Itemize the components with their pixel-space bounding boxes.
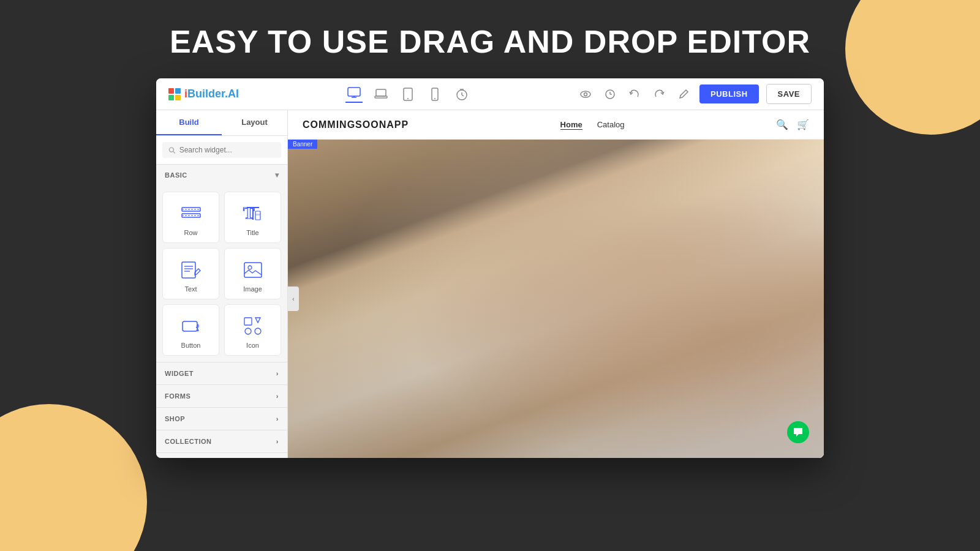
widget-grid-basic: Row T Title	[156, 186, 287, 362]
widget-icon-label: Icon	[246, 342, 259, 349]
svg-rect-0	[348, 88, 360, 96]
tab-layout[interactable]: Layout	[222, 110, 287, 135]
nav-link-catalog[interactable]: Catalog	[597, 120, 625, 130]
toolbar: iBuilder.AI	[156, 78, 824, 110]
row-svg	[180, 203, 202, 225]
main-content: Build Layout BASIC ▾	[156, 110, 824, 458]
widget-text-label: Text	[184, 285, 197, 293]
title-icon: T	[241, 202, 265, 225]
laptop-icon[interactable]	[372, 86, 390, 103]
widget-text[interactable]: Text	[162, 248, 219, 299]
undo-icon[interactable]	[626, 86, 643, 103]
widget-icon-item[interactable]: Icon	[224, 304, 281, 356]
publish-button[interactable]: PUBLISH	[699, 84, 759, 103]
banner-area: Banner ‹	[288, 140, 824, 458]
logo-sq-yellow	[175, 95, 181, 100]
tablet-icon[interactable]	[399, 86, 417, 103]
svg-point-39	[255, 328, 261, 334]
category-forms-chevron: ›	[276, 392, 279, 400]
cart-nav-icon[interactable]: 🛒	[797, 119, 809, 130]
page-heading: EASY TO USE DRAG AND DROP EDITOR	[0, 0, 980, 78]
title-svg: T	[242, 203, 264, 225]
icon-widget-icon	[241, 315, 265, 338]
history-icon[interactable]	[601, 86, 619, 103]
logo-sq-blue	[175, 88, 181, 94]
category-forms[interactable]: FORMS ›	[156, 385, 287, 408]
save-button[interactable]: SAVE	[766, 84, 812, 104]
svg-marker-37	[255, 318, 260, 323]
category-forms-label: FORMS	[165, 392, 190, 400]
category-shop-chevron: ›	[276, 415, 279, 422]
logo-ai: AI	[228, 88, 239, 100]
image-svg	[242, 259, 264, 281]
desktop-icon[interactable]	[345, 86, 363, 103]
widget-row-label: Row	[184, 229, 197, 236]
category-widget-label: WIDGET	[165, 370, 194, 377]
logo-text: iBuilder.AI	[184, 88, 239, 100]
logo-sq-red	[168, 88, 174, 94]
svg-rect-35	[183, 321, 197, 331]
widget-button[interactable]: Button	[162, 304, 219, 356]
redo-icon[interactable]	[650, 86, 668, 103]
svg-line-19	[173, 151, 175, 153]
site-preview: COMMINGSOONAPP Home Catalog 🔍 🛒 Banner ‹	[288, 110, 824, 458]
site-nav: COMMINGSOONAPP Home Catalog 🔍 🛒	[288, 110, 824, 140]
category-widget[interactable]: WIDGET ›	[156, 362, 287, 385]
svg-line-11	[462, 95, 464, 96]
category-shop[interactable]: SHOP ›	[156, 408, 287, 430]
category-collection-label: COLLECTION	[165, 438, 212, 445]
collapse-arrow[interactable]: ‹	[288, 287, 299, 311]
nav-link-home[interactable]: Home	[560, 120, 582, 130]
category-basic-label: BASIC	[165, 171, 187, 179]
text-widget-icon	[179, 258, 203, 282]
logo-builder: Builder.	[187, 88, 228, 100]
search-input[interactable]	[179, 146, 275, 154]
row-icon	[179, 202, 203, 225]
svg-point-34	[248, 266, 252, 269]
button-svg	[180, 315, 202, 337]
logo: iBuilder.AI	[168, 88, 239, 100]
eye-icon[interactable]	[577, 86, 594, 103]
site-logo: COMMINGSOONAPP	[303, 119, 409, 130]
sidebar: Build Layout BASIC ▾	[156, 110, 288, 458]
svg-rect-4	[375, 96, 387, 98]
bg-shape-bottom-left	[0, 404, 147, 551]
search-nav-icon[interactable]: 🔍	[776, 119, 788, 130]
widget-image-label: Image	[243, 285, 262, 293]
svg-point-6	[407, 98, 409, 99]
widget-title[interactable]: T Title	[224, 192, 281, 243]
site-nav-links: Home Catalog	[560, 120, 625, 130]
category-basic-header[interactable]: BASIC ▾	[156, 165, 287, 186]
svg-point-8	[434, 98, 435, 99]
button-widget-icon	[179, 315, 203, 338]
search-box	[156, 136, 287, 165]
mobile-icon[interactable]	[426, 86, 443, 103]
timer-icon[interactable]	[453, 86, 470, 103]
text-svg	[180, 259, 202, 281]
svg-point-13	[581, 91, 590, 97]
logo-squares	[168, 88, 181, 100]
image-widget-icon	[241, 258, 265, 282]
svg-rect-33	[244, 263, 262, 277]
banner-overlay	[288, 140, 824, 458]
svg-rect-28	[255, 214, 260, 216]
device-icons	[345, 86, 470, 103]
widget-image[interactable]: Image	[224, 248, 281, 299]
category-collection-chevron: ›	[276, 438, 279, 445]
widget-title-label: Title	[246, 229, 258, 236]
category-shop-label: SHOP	[165, 415, 185, 422]
icon-svg	[242, 315, 264, 337]
svg-rect-36	[244, 318, 252, 325]
logo-sq-green	[168, 95, 174, 100]
edit-icon[interactable]	[675, 86, 692, 103]
banner-label: Banner	[288, 140, 317, 149]
category-widget-chevron: ›	[276, 370, 279, 377]
app-window: iBuilder.AI	[156, 78, 824, 458]
widget-button-label: Button	[181, 342, 201, 349]
tab-build[interactable]: Build	[156, 110, 222, 135]
chat-bubble[interactable]	[787, 421, 809, 443]
widget-row[interactable]: Row	[162, 192, 219, 243]
category-collection[interactable]: COLLECTION ›	[156, 430, 287, 453]
sidebar-tabs: Build Layout	[156, 110, 287, 136]
category-basic-chevron: ▾	[275, 171, 279, 179]
